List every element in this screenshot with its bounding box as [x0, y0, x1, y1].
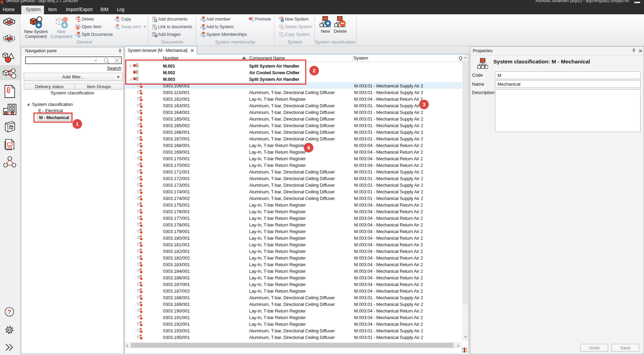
svg-text:?: ?	[8, 309, 11, 315]
